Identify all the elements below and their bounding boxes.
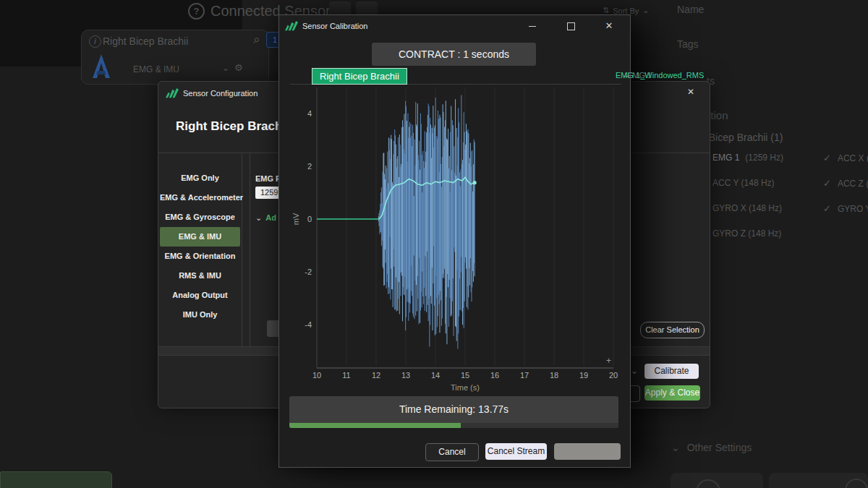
legend-item-raw[interactable]: EMG 1 <box>627 71 652 80</box>
svg-text:-2: -2 <box>305 267 312 276</box>
svg-text:4: 4 <box>307 109 312 118</box>
legend-collapse-icon[interactable]: – <box>624 71 629 80</box>
gear-icon[interactable]: ⚙ <box>234 62 243 73</box>
svg-text:2: 2 <box>307 162 312 171</box>
mode-imu-only[interactable]: IMU Only <box>160 305 240 325</box>
cancel-button[interactable]: Cancel <box>425 443 479 461</box>
mode-emg-imu[interactable]: EMG & IMU <box>160 227 240 247</box>
sensor-card-name: Right Bicep Brachii <box>103 35 188 47</box>
svg-text:18: 18 <box>550 371 558 380</box>
svg-text:15: 15 <box>461 371 469 380</box>
svg-text:12: 12 <box>372 371 380 380</box>
sensor-mode-select[interactable]: EMG & IMU <box>133 64 179 74</box>
setting-card-2[interactable] <box>769 473 868 488</box>
chart-plot-area: 1011121314151617181920-4-2024mVTime (s)+ <box>290 84 621 395</box>
phase-banner: CONTRACT : 1 seconds <box>372 43 536 66</box>
bottom-left-green-bar[interactable] <box>0 471 112 488</box>
svg-text:-4: -4 <box>305 320 312 329</box>
svg-text:16: 16 <box>490 371 499 380</box>
progress-fill <box>289 423 461 428</box>
close-icon[interactable]: ✕ <box>684 85 697 98</box>
axis-expand-icon: + <box>606 356 611 366</box>
chevron-down-icon: ⌄ <box>642 6 649 15</box>
cancel-stream-button[interactable]: Cancel Stream <box>485 443 547 460</box>
config-window-title: Sensor Configuration <box>183 89 258 98</box>
calibrate-button[interactable]: Calibrate <box>644 364 699 379</box>
mode-emg-accelerometer[interactable]: EMG & Accelerometer <box>160 188 240 207</box>
chevron-down-icon: ⌄ <box>671 442 680 453</box>
channel-row[interactable]: EMG 1(1259 Hz) <box>712 153 783 163</box>
svg-text:11: 11 <box>342 371 350 380</box>
mode-list: EMG OnlyEMG & AccelerometerEMG & Gyrosco… <box>160 168 240 325</box>
svg-text:0: 0 <box>307 215 312 223</box>
check-icon: ✓ <box>823 203 831 214</box>
channel-row[interactable]: ACC Y (148 Hz) <box>712 178 780 188</box>
svg-text:Time (s): Time (s) <box>451 383 480 392</box>
svg-text:20: 20 <box>609 371 618 380</box>
chart-header: Right Bicep Brachii EMG 1_Windowed_RMS E… <box>290 67 621 85</box>
sensor-group-header: t Bicep Brachii (1) <box>703 132 783 143</box>
advanced-toggle[interactable]: ⌄Ad <box>255 213 276 223</box>
help-icon[interactable]: ? <box>188 3 205 20</box>
channel-row[interactable]: ✓ACC Z (148 Hz) <box>823 178 868 189</box>
clear-selection-button[interactable]: Clear Selection <box>640 322 705 338</box>
calibration-chart: Right Bicep Brachii EMG 1_Windowed_RMS E… <box>290 67 621 395</box>
svg-text:10: 10 <box>312 371 321 380</box>
sensor-logo-icon <box>90 52 112 80</box>
chart-sensor-label: Right Bicep Brachii <box>312 68 407 85</box>
app-logo-icon <box>166 87 179 99</box>
mode-emg-orientation[interactable]: EMG & Orientation <box>160 247 240 266</box>
apply-close-button[interactable]: Apply & Close <box>644 385 700 401</box>
mode-rms-imu[interactable]: RMS & IMU <box>160 266 240 286</box>
sensor-calibration-window: Sensor Calibration ✕ CONTRACT : 1 second… <box>278 14 631 468</box>
progress-track <box>289 423 618 428</box>
svg-text:mV: mV <box>292 213 300 225</box>
sort-by-label: Sort By <box>613 7 639 15</box>
channel-row[interactable]: GYRO Z (148 Hz) <box>712 228 787 239</box>
time-remaining-panel: Time Remaining: 13.77s <box>289 396 618 428</box>
divider <box>250 153 250 348</box>
svg-text:17: 17 <box>520 371 529 380</box>
svg-text:19: 19 <box>579 371 588 380</box>
app-logo-icon <box>285 20 298 32</box>
chevron-down-icon: ⌄ <box>255 213 262 222</box>
setting-card-1[interactable] <box>671 473 763 488</box>
screen: ? Connected Sensors ⇅ Sort By ⌄ Name Tag… <box>0 0 868 488</box>
mode-emg-only[interactable]: EMG Only <box>160 168 240 188</box>
channel-row[interactable]: ✓ACC X (148 Hz) <box>823 153 868 163</box>
check-icon: ✓ <box>823 153 831 163</box>
name-label: Name <box>677 4 704 15</box>
channel-row[interactable]: ✓GYRO Y (148 Hz) <box>823 203 868 214</box>
divider <box>242 153 242 348</box>
channel-row[interactable]: GYRO X (148 Hz) <box>712 203 788 213</box>
tags-label: Tags <box>677 38 699 50</box>
other-settings-label: Other Settings <box>687 442 752 453</box>
confirm-button-disabled <box>554 443 621 460</box>
time-remaining-text: Time Remaining: 13.77s <box>289 396 618 423</box>
svg-text:13: 13 <box>401 371 410 380</box>
search-icon[interactable]: ⌕ <box>253 33 260 47</box>
minimize-icon[interactable] <box>526 20 539 33</box>
maximize-icon[interactable] <box>564 20 577 33</box>
svg-text:14: 14 <box>431 371 440 380</box>
calibration-window-title: Sensor Calibration <box>302 22 368 30</box>
info-icon[interactable]: i <box>89 35 101 48</box>
check-icon: ✓ <box>823 178 831 189</box>
mode-analog-output[interactable]: Analog Output <box>160 286 240 305</box>
other-settings-toggle[interactable]: ⌄ Other Settings <box>671 442 752 453</box>
sensor-card[interactable]: i Right Bicep Brachii ⌕ EMG & IMU ⌄ ⚙ <box>81 30 269 85</box>
chevron-down-icon[interactable]: ⌄ <box>222 63 229 73</box>
close-icon[interactable]: ✕ <box>603 20 616 33</box>
config-sensor-heading: Right Bicep Brachii <box>176 119 289 134</box>
mode-emg-gyroscope[interactable]: EMG & Gyroscope <box>160 207 240 227</box>
